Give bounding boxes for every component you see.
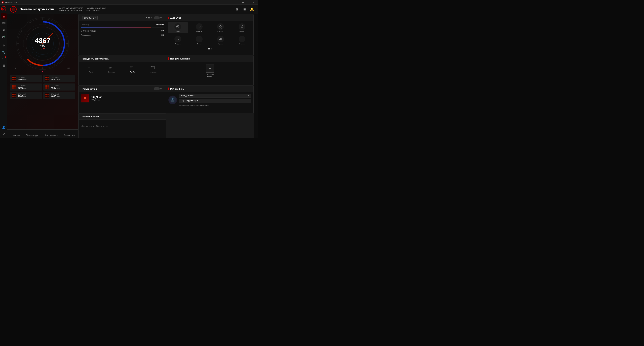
tag-badge: 1	[5, 56, 6, 58]
sidebar-item-devices[interactable]: ⌨	[1, 20, 7, 26]
header-action-1[interactable]: ⊟	[234, 6, 240, 12]
fan-panel: Швидкість вентилятора Тихий	[78, 56, 166, 85]
layout2-icon: ⊞	[243, 7, 246, 11]
aura-mode-cycle[interactable]: Цикл к...	[232, 22, 252, 33]
core-info-2: CPU Core 2 4600 MHz	[18, 85, 26, 89]
sidebar-item-settings[interactable]: ⚙	[1, 131, 7, 137]
fan-mode-standard[interactable]: Стандарт	[108, 65, 116, 73]
sidebar-item-list[interactable]: ☰	[1, 62, 7, 68]
power-toggle-label: OFF	[160, 88, 164, 90]
cpu-core-selector[interactable]: CPU Core 0 ▼	[82, 16, 98, 20]
armory-icon: 🎮	[2, 35, 5, 38]
aura-dot-active[interactable]	[208, 48, 210, 49]
svg-rect-72	[219, 39, 220, 40]
register-button[interactable]: Зареєструйте виріб	[179, 99, 252, 103]
core-3-freq: 4600	[51, 86, 56, 89]
fan-mode-quiet[interactable]: Тихий	[88, 65, 94, 73]
sidebar-item-tools[interactable]: ⚙	[1, 42, 7, 48]
sidebar-item-tag[interactable]: 🏷 1	[1, 56, 7, 62]
svg-rect-52	[14, 94, 16, 95]
power-panel-header: Power Saving OFF	[79, 86, 166, 92]
profile-actions: Вхід до системи ▼ Зареєструйте виріб Лас…	[179, 94, 252, 106]
power-wattage: 26,9 w	[92, 95, 102, 99]
svg-point-70	[198, 39, 198, 39]
freq-bar	[81, 27, 164, 28]
core-1-unit: MHz	[56, 79, 60, 81]
tab-freq[interactable]: Частота	[10, 133, 23, 138]
svg-point-69	[199, 38, 200, 38]
tab-fan[interactable]: Вентилятор	[61, 133, 77, 138]
core-5-name: CPU Core 5	[51, 93, 60, 95]
core-0-name: CPU Core 0	[18, 76, 26, 78]
titlebar-left: R Armoury Crate	[1, 1, 17, 4]
aura-panel-header: Aura Sync	[166, 15, 254, 21]
monitor-icon: ◉	[2, 28, 5, 31]
titlebar: R Armoury Crate ─ □ ✕	[0, 0, 258, 5]
core-3-unit: MHz	[56, 87, 60, 89]
sidebar-item-armory[interactable]: 🎮	[1, 33, 7, 39]
core-item-5: CPU Core 5 4600 MHz	[43, 92, 75, 99]
header-action-3[interactable]: 🔔	[249, 6, 255, 12]
scenarios-panel-indicator	[168, 57, 169, 60]
aura-cycle-label: Цикл к...	[239, 31, 245, 32]
svg-point-65	[198, 38, 198, 38]
cpu-panel-toggle[interactable]: OFF	[154, 16, 164, 19]
tab-usage[interactable]: Використання	[42, 133, 60, 138]
power-panel-body: 26,9 w CPU Power	[79, 92, 166, 104]
voltage-row: CPU Core Voltage 0V	[81, 29, 164, 33]
intel-icon	[239, 36, 245, 42]
scenario-new-button[interactable]: ＋ Створити новий	[206, 64, 214, 78]
cpu-panel-indicator	[81, 16, 81, 19]
aura-intel-label: Інтелe...	[239, 43, 245, 45]
core-info-3: CPU Core 3 4600 MHz	[51, 85, 60, 89]
power-type-label: CPU Power	[92, 99, 102, 101]
aura-dot-inactive[interactable]	[211, 48, 212, 49]
aura-mode-music[interactable]: Музика	[211, 35, 231, 46]
tab-temp[interactable]: Температура	[24, 133, 41, 138]
sidebar-item-user[interactable]: 👤	[1, 124, 7, 130]
core-2-freq: 4600	[18, 86, 23, 89]
fan-mode-max[interactable]: Максим...	[150, 65, 157, 73]
core-info-5: CPU Core 5 4600 MHz	[51, 93, 60, 98]
aura-mode-strobe[interactable]: Стробу...	[211, 22, 231, 33]
fan-mode-turbo[interactable]: Турбо	[130, 65, 136, 73]
game-empty-text: Додати ігри до Бібліотека ігор	[81, 125, 109, 127]
fan-standard-label: Стандарт	[108, 71, 116, 73]
header-rog-logo: ROG	[10, 6, 17, 13]
svg-text:ROG: ROG	[12, 8, 16, 10]
power-toggle-track[interactable]	[154, 87, 160, 90]
sidebar-item-wrench[interactable]: 🔧	[1, 49, 7, 55]
sidebar-item-monitor[interactable]: ◉	[1, 27, 7, 33]
aura-icons-grid: Статич... Дихання	[166, 21, 254, 47]
power-panel-toggle[interactable]: OFF	[154, 87, 164, 90]
aura-mode-rainbow[interactable]: Райдуга	[168, 35, 188, 46]
cpu-toggle-track[interactable]	[154, 16, 160, 19]
power-panel: Power Saving OFF	[78, 86, 166, 113]
maximize-button[interactable]: □	[246, 0, 251, 5]
aura-mode-starry[interactable]: Зоян...	[189, 35, 209, 46]
aura-mode-intel[interactable]: Інтелe...	[232, 35, 252, 46]
scenarios-panel-title: Профілі сценаріїв	[170, 57, 252, 60]
header-action-2[interactable]: ⊞	[242, 6, 248, 12]
minimize-button[interactable]: ─	[241, 0, 246, 5]
svg-text:ROG: ROG	[1, 8, 6, 10]
sidebar-item-dashboard[interactable]: ⊞	[1, 13, 7, 19]
bios-label: — BIOS ver.0805	[86, 9, 100, 11]
aura-mode-breathing[interactable]: Дихання	[189, 22, 209, 33]
expand-arrow-icon[interactable]: ›	[256, 75, 256, 77]
fan-standard-icon	[109, 65, 115, 70]
aura-mode-static[interactable]: Статич...	[168, 22, 188, 33]
svg-rect-38	[46, 79, 47, 80]
login-button[interactable]: Вхід до системи ▼	[179, 94, 252, 98]
main-area: 4867 MHz CPU 0 Max ♥	[8, 14, 258, 138]
core-item-3: CPU Core 3 4600 MHz	[43, 83, 75, 90]
rainbow-icon	[174, 36, 181, 42]
dashboard-icon: ⊞	[2, 15, 5, 18]
core-info-4: CPU Core 4 4600 MHz	[18, 93, 26, 98]
close-button[interactable]: ✕	[252, 0, 256, 5]
temp-value: 0°C	[161, 34, 164, 36]
sidebar-bottom: 👤 ⚙	[1, 124, 7, 137]
core-1-name: CPU Core 1	[51, 76, 60, 78]
fan-quiet-label: Тихий	[89, 71, 93, 73]
svg-point-66	[200, 38, 200, 38]
